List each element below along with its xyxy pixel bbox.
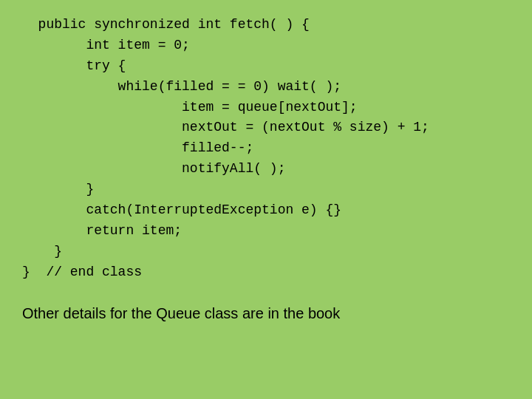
code-block: public synchronized int fetch( ) { int i… (22, 15, 510, 283)
description-text: Other details for the Queue class are in… (22, 305, 510, 322)
main-container: public synchronized int fetch( ) { int i… (0, 0, 532, 399)
